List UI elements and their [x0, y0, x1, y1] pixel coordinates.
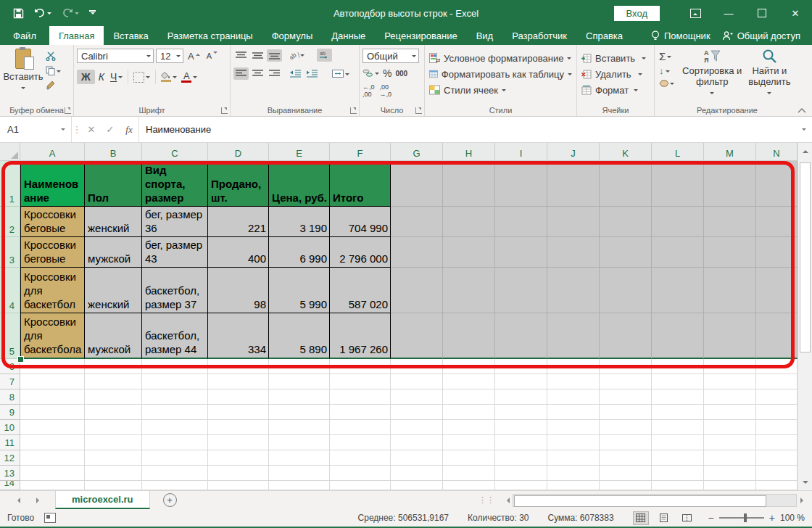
horizontal-scrollbar-track[interactable]	[513, 494, 797, 507]
expand-formula-bar-button[interactable]	[796, 117, 812, 142]
cell-B14[interactable]	[85, 481, 142, 490]
format-as-table-button[interactable]: Форматировать как таблицу	[428, 66, 573, 82]
cell-H10[interactable]	[443, 420, 495, 435]
cell-C14[interactable]	[142, 481, 208, 490]
enter-entry-button[interactable]: ✓	[101, 117, 120, 142]
merge-center-button[interactable]	[330, 67, 352, 80]
tab-review[interactable]: Рецензирование	[375, 26, 466, 45]
cell-F3[interactable]: 2 796 000	[330, 237, 391, 268]
cell-F12[interactable]	[330, 450, 391, 466]
column-header-B[interactable]: B	[85, 143, 142, 161]
cell-L3[interactable]	[652, 237, 704, 268]
clear-button[interactable]	[658, 79, 682, 87]
scroll-left-button[interactable]	[500, 494, 513, 507]
row-header-11[interactable]: 11	[0, 435, 20, 450]
cell-N13[interactable]	[756, 466, 798, 481]
zoom-level[interactable]: 100 %	[780, 513, 805, 523]
cell-D6[interactable]	[208, 359, 269, 374]
cell-N12[interactable]	[756, 450, 798, 466]
cell-N8[interactable]	[756, 389, 798, 405]
paste-button[interactable]: Вставить	[3, 49, 44, 101]
zoom-slider[interactable]	[719, 517, 764, 519]
cell-G2[interactable]	[391, 207, 443, 237]
cell-A8[interactable]	[20, 389, 85, 405]
increase-decimal-button[interactable]: ←,0,00	[362, 83, 375, 98]
cell-H2[interactable]	[443, 207, 495, 237]
cell-G11[interactable]	[391, 435, 443, 450]
cell-G3[interactable]	[391, 237, 443, 268]
cell-B11[interactable]	[85, 435, 142, 450]
vertical-scrollbar[interactable]	[798, 143, 812, 490]
increase-indent-button[interactable]	[304, 67, 320, 80]
page-layout-view-button[interactable]	[656, 511, 672, 525]
cell-D13[interactable]	[208, 466, 269, 481]
scroll-right-button[interactable]	[797, 494, 809, 507]
cell-I11[interactable]	[495, 435, 547, 450]
cell-L11[interactable]	[652, 435, 704, 450]
cell-H3[interactable]	[443, 237, 495, 268]
tab-scrollbar-splitter[interactable]: ⋮⋮	[478, 495, 494, 505]
italic-button[interactable]: К	[95, 70, 108, 84]
cell-H4[interactable]	[443, 268, 495, 313]
cell-I6[interactable]	[495, 359, 547, 374]
cell-K2[interactable]	[600, 207, 652, 237]
cell-M14[interactable]	[704, 481, 756, 490]
cell-H6[interactable]	[443, 359, 495, 374]
cell-H5[interactable]	[443, 313, 495, 359]
cell-K14[interactable]	[600, 481, 652, 490]
column-header-H[interactable]: H	[443, 143, 495, 161]
cell-E13[interactable]	[269, 466, 330, 481]
cell-M10[interactable]	[704, 420, 756, 435]
cell-M3[interactable]	[704, 237, 756, 268]
cell-E8[interactable]	[269, 389, 330, 405]
cell-K6[interactable]	[600, 359, 652, 374]
increase-font-size-button[interactable]: A	[186, 49, 202, 63]
cell-K12[interactable]	[600, 450, 652, 466]
column-header-I[interactable]: I	[495, 143, 547, 161]
cell-J13[interactable]	[547, 466, 600, 481]
cell-F9[interactable]	[330, 405, 391, 420]
column-header-D[interactable]: D	[208, 143, 269, 161]
cell-K10[interactable]	[600, 420, 652, 435]
cell-D4[interactable]: 98	[208, 268, 269, 313]
cut-button[interactable]	[44, 50, 63, 62]
bold-button[interactable]: Ж	[77, 70, 95, 84]
cell-G14[interactable]	[391, 481, 443, 490]
clipboard-dialog-launcher[interactable]	[65, 107, 71, 114]
cell-N14[interactable]	[756, 481, 798, 490]
cell-E2[interactable]: 3 190	[269, 207, 330, 237]
cell-N5[interactable]	[756, 313, 798, 359]
cell-E6[interactable]	[269, 359, 330, 374]
cell-B9[interactable]	[85, 405, 142, 420]
name-box-dropdown-arrow[interactable]	[61, 128, 65, 133]
tab-file[interactable]: Файл	[0, 26, 49, 45]
cell-B6[interactable]	[85, 359, 142, 374]
cell-N7[interactable]	[756, 374, 798, 389]
cell-K3[interactable]	[600, 237, 652, 268]
alignment-dialog-launcher[interactable]	[350, 107, 357, 114]
cell-N9[interactable]	[756, 405, 798, 420]
decrease-font-size-button[interactable]: A	[204, 50, 220, 62]
column-header-N[interactable]: N	[756, 143, 798, 161]
cell-G10[interactable]	[391, 420, 443, 435]
row-header-3[interactable]: 3	[0, 237, 20, 268]
cell-B10[interactable]	[85, 420, 142, 435]
cell-C2[interactable]: бег, размер 36	[142, 207, 208, 237]
horizontal-scrollbar[interactable]	[500, 494, 809, 507]
cell-D8[interactable]	[208, 389, 269, 405]
cell-L14[interactable]	[652, 481, 704, 490]
cell-A11[interactable]	[20, 435, 85, 450]
maximize-button[interactable]	[745, 0, 779, 26]
cell-E12[interactable]	[269, 450, 330, 466]
ribbon-display-options-button[interactable]	[679, 0, 712, 26]
zoom-in-button[interactable]: +	[769, 513, 775, 523]
cell-D10[interactable]	[208, 420, 269, 435]
cell-C11[interactable]	[142, 435, 208, 450]
cell-B8[interactable]	[85, 389, 142, 405]
borders-button[interactable]	[131, 70, 152, 84]
cell-C1[interactable]: Вид спорта, размер	[142, 161, 208, 207]
cell-G7[interactable]	[391, 374, 443, 389]
cell-I5[interactable]	[495, 313, 547, 359]
cell-N2[interactable]	[756, 207, 798, 237]
insert-function-button[interactable]: fx	[120, 117, 139, 142]
